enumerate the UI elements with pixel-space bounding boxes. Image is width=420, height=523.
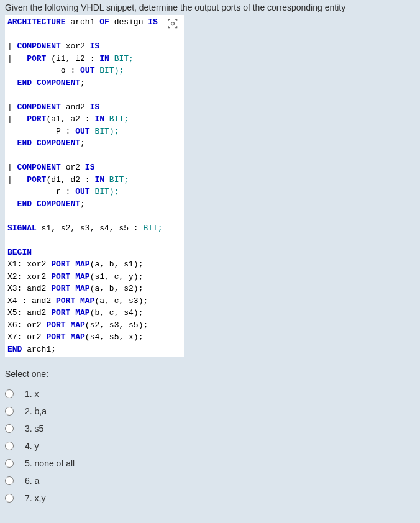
options-list: 1. x 2. b,a 3. s5 4. y 5. none of all 6.… xyxy=(0,385,420,507)
radio-option-4[interactable] xyxy=(5,442,14,450)
option-label: 4. y xyxy=(25,441,39,451)
option-label: 6. a xyxy=(25,476,39,486)
option-7[interactable]: 7. x,y xyxy=(5,489,415,507)
option-1[interactable]: 1. x xyxy=(5,385,415,402)
option-label: 5. none of all xyxy=(25,458,75,468)
radio-option-5[interactable] xyxy=(5,459,14,468)
radio-option-3[interactable] xyxy=(5,424,14,433)
option-2[interactable]: 2. b,a xyxy=(5,402,415,420)
radio-option-6[interactable] xyxy=(5,476,14,485)
radio-option-2[interactable] xyxy=(5,407,14,416)
svg-point-0 xyxy=(171,22,175,25)
option-label: 1. x xyxy=(25,389,39,399)
option-label: 7. x,y xyxy=(25,493,45,503)
option-6[interactable]: 6. a xyxy=(5,472,415,489)
option-5[interactable]: 5. none of all xyxy=(5,455,415,472)
option-label: 3. s5 xyxy=(25,424,43,434)
option-label: 2. b,a xyxy=(25,406,47,416)
radio-option-1[interactable] xyxy=(5,389,14,398)
question-text: Given the following VHDL snippet, determ… xyxy=(0,0,420,15)
camera-icon xyxy=(167,17,179,30)
radio-option-7[interactable] xyxy=(5,494,14,503)
code-block: ARCHITECTURE arch1 OF design IS | COMPON… xyxy=(5,15,184,357)
select-prompt: Select one: xyxy=(0,357,420,385)
option-4[interactable]: 4. y xyxy=(5,437,415,455)
option-3[interactable]: 3. s5 xyxy=(5,420,415,437)
